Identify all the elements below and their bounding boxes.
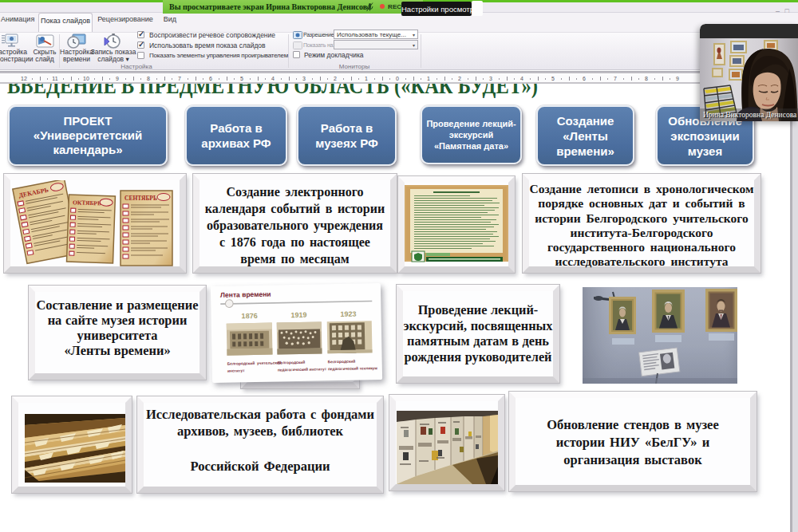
svg-text:1876: 1876 <box>241 312 257 320</box>
svg-text:Белгородский: Белгородский <box>278 360 306 365</box>
svg-text:Белгородский учительский: Белгородский учительский <box>227 360 282 365</box>
svg-text:педагогический техникум: педагогический техникум <box>328 365 377 371</box>
svg-text:Белгородский: Белгородский <box>328 359 356 365</box>
svg-text:1923: 1923 <box>340 310 356 318</box>
svg-text:ОКТЯБРЬ: ОКТЯБРЬ <box>73 199 101 207</box>
svg-text:педагогический институт: педагогический институт <box>278 366 327 372</box>
svg-text:институт: институт <box>227 368 245 372</box>
svg-text:Лента времени: Лента времени <box>220 290 271 299</box>
svg-text:1919: 1919 <box>290 311 306 319</box>
svg-text:СЕНТЯБРЬ: СЕНТЯБРЬ <box>124 195 157 202</box>
